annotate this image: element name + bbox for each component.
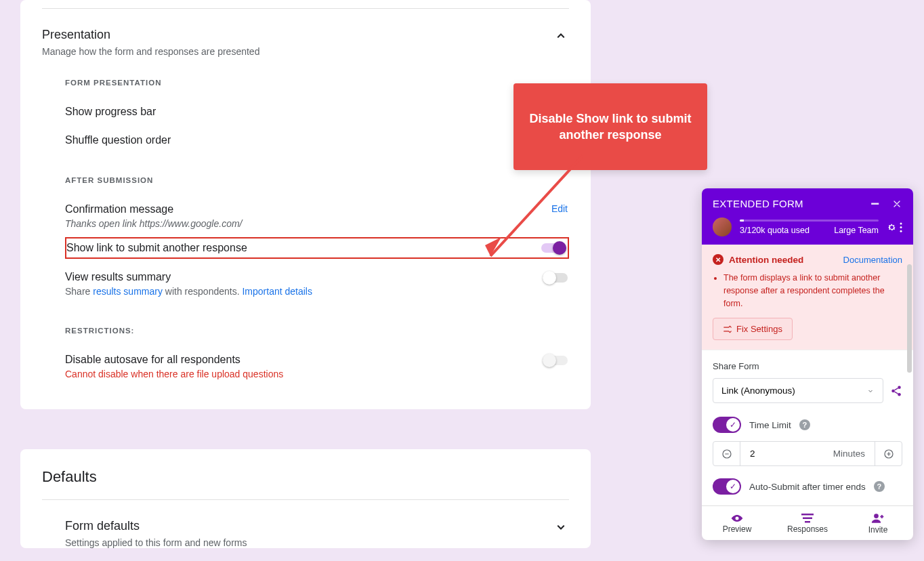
svg-point-4 xyxy=(900,230,902,232)
panel-title: EXTENDED FORM xyxy=(713,198,803,209)
increment-button[interactable] xyxy=(875,442,902,465)
disable-autosave-error: Cannot disable when there are file uploa… xyxy=(65,369,283,379)
plan-text: Large Team xyxy=(834,226,879,235)
fix-settings-button[interactable]: Fix Settings xyxy=(713,318,793,340)
svg-point-2 xyxy=(900,222,902,224)
alert-close-icon[interactable]: ✕ xyxy=(713,254,723,265)
shuffle-question-label: Shuffle question order xyxy=(65,134,171,146)
form-defaults-sub: Settings applied to this form and new fo… xyxy=(65,537,247,548)
form-defaults-row[interactable]: Form defaults Settings applied to this f… xyxy=(42,519,569,548)
confirmation-message-text: Thanks open link https://www.google.com/ xyxy=(65,218,242,229)
svg-point-10 xyxy=(736,517,739,520)
chevron-down-icon xyxy=(866,387,875,395)
time-unit: Minutes xyxy=(833,449,865,459)
restrictions-heading: RESTRICTIONS: xyxy=(65,327,569,335)
share-icon[interactable] xyxy=(890,385,902,397)
show-link-submit-label: Show link to submit another response xyxy=(66,242,247,254)
close-icon[interactable] xyxy=(891,199,902,209)
time-stepper: 2 Minutes xyxy=(713,441,902,466)
person-add-icon xyxy=(871,513,885,524)
more-icon[interactable] xyxy=(900,222,902,232)
auto-submit-label: Auto-Submit after timer ends xyxy=(749,482,866,492)
disable-autosave-row: Disable autosave for all respondents Can… xyxy=(65,346,569,388)
confirmation-message-row: Confirmation message Thanks open link ht… xyxy=(65,195,569,237)
time-value[interactable]: 2 xyxy=(750,449,755,459)
check-icon: ✓ xyxy=(726,418,740,432)
presentation-subtitle: Manage how the form and responses are pr… xyxy=(42,46,259,57)
presentation-title: Presentation xyxy=(42,28,259,42)
preview-button[interactable]: Preview xyxy=(702,506,772,540)
callout-annotation: Disable Show link to submit another resp… xyxy=(513,83,707,170)
disable-autosave-label: Disable autosave for all respondents xyxy=(65,354,283,366)
confirmation-message-label: Confirmation message xyxy=(65,203,242,215)
presentation-body: FORM PRESENTATION Show progress bar Shuf… xyxy=(42,79,569,388)
share-mode-select[interactable]: Link (Anonymous) xyxy=(713,378,883,403)
svg-point-3 xyxy=(900,226,902,228)
view-results-sub: Share results summary with respondents. … xyxy=(65,286,312,297)
list-icon xyxy=(801,514,814,523)
avatar[interactable] xyxy=(713,217,732,236)
svg-rect-12 xyxy=(803,518,812,520)
auto-submit-toggle[interactable]: ✓ xyxy=(713,478,741,495)
panel-body: ✕ Attention needed Documentation The for… xyxy=(702,245,913,505)
divider xyxy=(42,499,569,500)
scrollbar[interactable] xyxy=(907,264,912,373)
presentation-header[interactable]: Presentation Manage how the form and res… xyxy=(42,9,569,57)
presentation-card: Presentation Manage how the form and res… xyxy=(20,0,591,409)
defaults-title: Defaults xyxy=(42,468,569,486)
extended-form-panel: EXTENDED FORM − 3/120k quota used Large … xyxy=(702,188,913,540)
help-icon[interactable]: ? xyxy=(874,481,885,492)
documentation-link[interactable]: Documentation xyxy=(843,255,902,265)
svg-rect-13 xyxy=(805,521,810,523)
check-icon: ✓ xyxy=(726,480,740,493)
panel-header: EXTENDED FORM − 3/120k quota used Large … xyxy=(702,188,913,245)
view-results-row: View results summary Share results summa… xyxy=(65,259,569,305)
form-presentation-heading: FORM PRESENTATION xyxy=(65,79,569,87)
disable-autosave-toggle xyxy=(543,354,568,367)
svg-point-7 xyxy=(898,393,901,396)
alert-message: The form displays a link to submit anoth… xyxy=(723,272,902,310)
help-icon[interactable]: ? xyxy=(799,419,810,430)
panel-footer: Preview Responses Invite xyxy=(702,505,913,540)
view-results-label: View results summary xyxy=(65,271,312,283)
decrement-button[interactable] xyxy=(713,442,740,465)
view-results-toggle[interactable] xyxy=(543,271,568,285)
shuffle-question-row: Shuffle question order xyxy=(65,126,569,154)
settings-icon xyxy=(723,325,732,334)
svg-point-5 xyxy=(898,386,901,389)
gear-icon[interactable] xyxy=(887,222,897,232)
alert-title: Attention needed xyxy=(729,255,803,265)
callout-text: Disable Show link to submit another resp… xyxy=(527,110,694,144)
responses-button[interactable]: Responses xyxy=(772,506,843,540)
form-defaults-label: Form defaults xyxy=(65,519,247,533)
defaults-card: Defaults Form defaults Settings applied … xyxy=(20,449,591,548)
after-submission-heading: AFTER SUBMISSION xyxy=(65,176,569,184)
important-details-link[interactable]: Important details xyxy=(242,286,312,297)
attention-alert: ✕ Attention needed Documentation The for… xyxy=(702,245,913,350)
show-progress-bar-row: Show progress bar xyxy=(65,98,569,126)
share-form-label: Share Form xyxy=(713,361,902,371)
svg-point-6 xyxy=(891,390,895,393)
chevron-down-icon[interactable] xyxy=(553,519,569,535)
eye-icon xyxy=(730,514,744,523)
quota-text: 3/120k quota used xyxy=(740,226,810,235)
show-link-submit-row: Show link to submit another response xyxy=(65,237,569,259)
results-summary-link[interactable]: results summary xyxy=(93,286,163,297)
chevron-up-icon[interactable] xyxy=(553,28,569,44)
time-limit-toggle[interactable]: ✓ xyxy=(713,417,741,433)
time-limit-label: Time Limit xyxy=(749,420,791,430)
invite-button[interactable]: Invite xyxy=(843,506,913,540)
svg-rect-11 xyxy=(801,514,814,516)
show-progress-bar-label: Show progress bar xyxy=(65,106,156,118)
show-link-submit-toggle[interactable] xyxy=(541,241,566,255)
edit-button[interactable]: Edit xyxy=(551,203,568,214)
svg-point-14 xyxy=(874,514,879,519)
